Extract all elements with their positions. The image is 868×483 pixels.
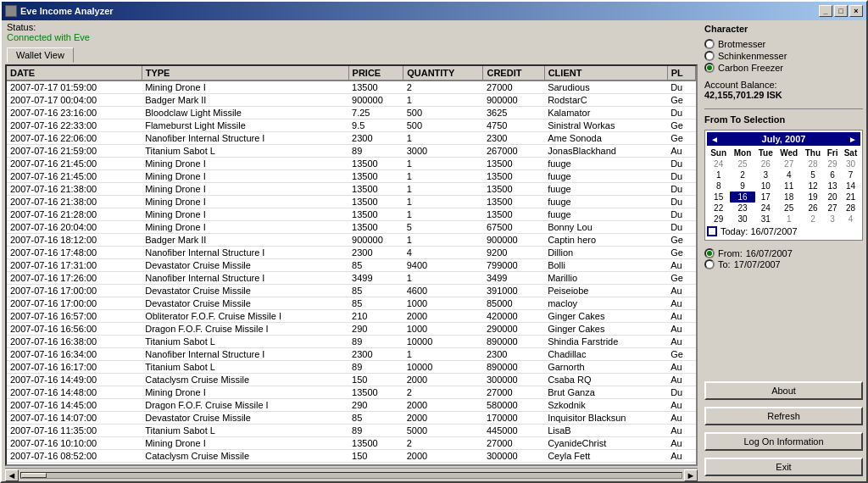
scroll-left-button[interactable]: ◄ [5, 469, 19, 481]
cal-day-1-6[interactable]: 7 [841, 169, 860, 180]
cell-19-2: 290 [348, 323, 403, 336]
scroll-thumb[interactable] [21, 473, 47, 478]
calendar-week-1: 1234567 [707, 169, 860, 180]
divider-1 [704, 108, 863, 109]
wallet-view-tab[interactable]: Wallet View [7, 47, 74, 63]
cal-day-2-5[interactable]: 13 [824, 180, 841, 192]
cal-day-2-1[interactable]: 9 [730, 180, 754, 192]
cell-15-2: 3499 [348, 272, 403, 285]
cal-day-4-5[interactable]: 27 [824, 203, 841, 214]
cal-day-1-5[interactable]: 6 [824, 169, 841, 180]
radio-schinkenmesser[interactable] [704, 51, 715, 61]
cal-day-5-0[interactable]: 29 [707, 214, 730, 225]
cell-16-0: 2007-07-16 17:00:00 [7, 285, 142, 297]
minimize-button[interactable]: _ [819, 5, 832, 17]
cal-day-4-6[interactable]: 28 [841, 203, 860, 214]
cell-12-3: 1 [403, 234, 483, 247]
log-on-button[interactable]: Log On Information [704, 432, 863, 451]
cell-15-4: 3499 [483, 272, 544, 285]
character-option-1[interactable]: Schinkenmesser [704, 51, 863, 61]
cal-day-5-6[interactable]: 4 [841, 214, 860, 225]
cal-day-5-4[interactable]: 2 [802, 214, 825, 225]
cell-0-6: Du [667, 80, 695, 94]
cal-day-2-3[interactable]: 11 [776, 180, 802, 192]
cal-day-0-1[interactable]: 25 [730, 158, 754, 169]
from-radio[interactable] [704, 248, 715, 258]
calendar-prev-button[interactable]: ◄ [710, 135, 719, 144]
cell-21-2: 2300 [348, 348, 403, 361]
to-radio[interactable] [704, 259, 715, 269]
cal-day-4-0[interactable]: 22 [707, 203, 730, 214]
exit-button[interactable]: Exit [704, 458, 863, 476]
cell-5-5: JonasBlackhand [544, 145, 667, 158]
cal-day-3-0[interactable]: 15 [707, 192, 730, 203]
radio-brotmesser[interactable] [704, 39, 715, 49]
cell-1-3: 1 [403, 94, 483, 107]
table-row: 2007-07-16 16:57:00Obliterator F.O.F. Cr… [7, 310, 696, 323]
app-icon [5, 5, 17, 17]
cell-29-2: 150 [348, 450, 403, 463]
table-row: 2007-07-16 22:06:00Nanofiber Internal St… [7, 132, 696, 145]
horizontal-scrollbar[interactable]: ◄ ► [5, 468, 698, 481]
table-row: 2007-07-16 21:45:00Mining Drone I1350011… [7, 170, 696, 183]
cell-6-2: 13500 [348, 158, 403, 170]
cal-day-0-0[interactable]: 24 [707, 158, 730, 169]
cal-day-4-3[interactable]: 25 [776, 203, 802, 214]
calendar-next-button[interactable]: ► [849, 135, 857, 144]
cal-day-4-2[interactable]: 24 [755, 203, 776, 214]
cal-day-3-4[interactable]: 19 [802, 192, 825, 203]
cell-11-6: Du [667, 221, 695, 234]
cell-20-0: 2007-07-16 16:38:00 [7, 336, 142, 348]
cell-21-6: Ge [667, 348, 695, 361]
cal-day-2-0[interactable]: 8 [707, 180, 730, 192]
maximize-button[interactable]: □ [834, 5, 848, 17]
cal-day-3-2[interactable]: 17 [755, 192, 776, 203]
cell-1-5: RodstarC [544, 94, 667, 107]
cal-day-1-3[interactable]: 4 [776, 169, 802, 180]
close-button[interactable]: × [849, 5, 863, 17]
character-label-0: Brotmesser [718, 39, 765, 49]
cal-day-1-4[interactable]: 5 [802, 169, 825, 180]
cell-9-2: 13500 [348, 196, 403, 208]
from-to-section-title: From To Selection [704, 114, 863, 125]
cell-25-3: 2000 [403, 399, 483, 412]
scroll-right-button[interactable]: ► [684, 469, 698, 481]
cal-day-0-6[interactable]: 30 [841, 158, 860, 169]
cal-day-3-5[interactable]: 20 [824, 192, 841, 203]
cal-day-0-3[interactable]: 27 [776, 158, 802, 169]
about-button[interactable]: About [704, 381, 863, 400]
cal-day-4-1[interactable]: 23 [730, 203, 754, 214]
cal-day-3-1[interactable]: 16 [730, 192, 754, 203]
cell-29-0: 2007-07-16 08:52:00 [7, 450, 142, 463]
cell-5-4: 267000 [483, 145, 544, 158]
cal-day-2-4[interactable]: 12 [802, 180, 825, 192]
cal-day-5-3[interactable]: 1 [776, 214, 802, 225]
cal-day-2-6[interactable]: 14 [841, 180, 860, 192]
cal-day-2-2[interactable]: 10 [755, 180, 776, 192]
character-option-0[interactable]: Brotmesser [704, 39, 863, 49]
cal-day-1-1[interactable]: 2 [730, 169, 754, 180]
cell-3-6: Ge [667, 119, 695, 132]
refresh-button[interactable]: Refresh [704, 407, 863, 425]
cell-22-2: 89 [348, 361, 403, 374]
cal-day-5-1[interactable]: 30 [730, 214, 754, 225]
cal-day-0-4[interactable]: 28 [802, 158, 825, 169]
radio-carbon-freezer[interactable] [704, 63, 715, 73]
cal-day-3-6[interactable]: 21 [841, 192, 860, 203]
cell-16-6: Au [667, 285, 695, 297]
cal-day-1-2[interactable]: 3 [755, 169, 776, 180]
cal-day-0-2[interactable]: 26 [755, 158, 776, 169]
cell-0-1: Mining Drone I [142, 80, 348, 94]
cell-26-6: Au [667, 412, 695, 425]
cell-3-3: 500 [403, 119, 483, 132]
cal-day-5-2[interactable]: 31 [755, 214, 776, 225]
cell-6-3: 1 [403, 158, 483, 170]
cal-day-4-4[interactable]: 26 [802, 203, 825, 214]
cell-3-4: 4750 [483, 119, 544, 132]
character-option-2[interactable]: Carbon Freezer [704, 63, 863, 73]
cal-day-1-0[interactable]: 1 [707, 169, 730, 180]
cal-day-3-3[interactable]: 18 [776, 192, 802, 203]
table-scroll[interactable]: DATE TYPE PRICE QUANTITY CREDIT CLIENT P… [7, 66, 696, 464]
cal-day-5-5[interactable]: 3 [824, 214, 841, 225]
cal-day-0-5[interactable]: 29 [824, 158, 841, 169]
